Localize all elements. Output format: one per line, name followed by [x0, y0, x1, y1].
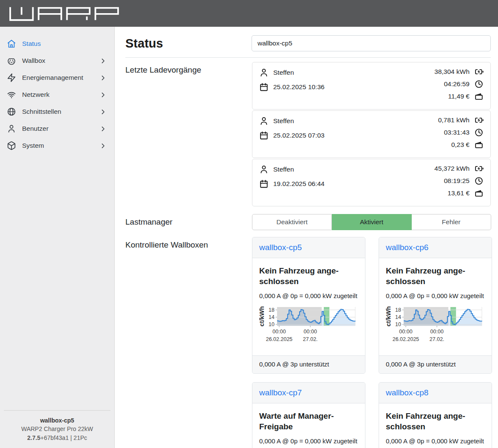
- warp-logo: [6, 5, 122, 23]
- wallbox-link-wallbox-cp8[interactable]: wallbox-cp8: [386, 388, 428, 397]
- wallet-icon: [474, 140, 484, 149]
- device-model: WARP2 Charger Pro 22kW: [6, 425, 109, 433]
- charge-energy: 0,781 kWh: [438, 116, 470, 124]
- svg-text:26.02.2025: 26.02.2025: [266, 336, 293, 342]
- svg-text:00:00: 00:00: [272, 329, 286, 335]
- sidebar-item-wallbox[interactable]: Wallbox: [0, 52, 114, 69]
- page-title: Status: [125, 35, 163, 51]
- lastmanager-label: Lastmanager: [125, 214, 252, 227]
- charge-energy: 45,372 kWh: [434, 165, 470, 172]
- wallbox-card-grid: wallbox-cp5 Kein Fahrzeug ange-schlossen…: [252, 237, 491, 448]
- charge-record: Steffen 19.02.2025 06:44 45,372 kWh 08:1…: [252, 159, 491, 206]
- svg-text:00:00: 00:00: [304, 329, 317, 335]
- user-icon: [7, 124, 16, 133]
- svg-text:18: 18: [269, 307, 274, 313]
- home-icon: [7, 39, 16, 48]
- lightning-icon: [7, 73, 16, 82]
- wallboxes-label: Kontrollierte Wallboxen: [125, 237, 252, 250]
- battery-charging-icon: [474, 116, 484, 125]
- sidebar: Status Wallbox Energiemanagement Netzwer…: [0, 27, 115, 448]
- sidebar-item-status[interactable]: Status: [0, 35, 114, 52]
- charge-user: Steffen: [273, 117, 294, 125]
- chevron-right-icon: [99, 108, 107, 116]
- sidebar-nav: Status Wallbox Energiemanagement Netzwer…: [0, 35, 114, 154]
- wallbox-card-wallbox-cp8: wallbox-cp8 Kein Fahrzeug ange-schlossen…: [379, 382, 492, 448]
- wallbox-card-wallbox-cp5: wallbox-cp5 Kein Fahrzeug ange-schlossen…: [252, 237, 365, 374]
- wallbox-link-wallbox-cp6[interactable]: wallbox-cp6: [386, 243, 428, 252]
- svg-text:14: 14: [269, 314, 274, 320]
- person-icon: [259, 165, 269, 174]
- battery-charging-icon: [474, 164, 484, 173]
- wallbox-link-wallbox-cp7[interactable]: wallbox-cp7: [259, 388, 302, 397]
- main-content: Status Letzte Ladevorgänge Steffen 25.02…: [115, 27, 498, 448]
- wifi-icon: [7, 90, 16, 99]
- lastmanager-option-aktiviert[interactable]: Aktiviert: [332, 214, 411, 230]
- chevron-right-icon: [99, 125, 107, 132]
- svg-text:00:00: 00:00: [399, 329, 412, 335]
- charge-user: Steffen: [273, 69, 294, 76]
- sidebar-item-benutzer[interactable]: Benutzer: [0, 120, 114, 137]
- charge-datetime: 25.02.2025 07:03: [273, 132, 325, 139]
- topbar: [0, 0, 498, 27]
- charge-record-list: Steffen 25.02.2025 10:36 38,304 kWh 04:2…: [252, 62, 491, 207]
- svg-text:10: 10: [269, 321, 274, 327]
- page-header: Status: [125, 35, 491, 51]
- svg-text:27.02.: 27.02.: [430, 336, 444, 342]
- battery-charging-icon: [474, 67, 484, 76]
- charge-datetime: 25.02.2025 10:36: [273, 83, 325, 91]
- svg-text:14: 14: [395, 314, 401, 320]
- lastmanager-option-fehler[interactable]: Fehler: [412, 214, 491, 230]
- chevron-right-icon: [99, 57, 107, 65]
- lastmanager-option-deaktiviert[interactable]: Deaktiviert: [252, 214, 332, 230]
- charge-record: Steffen 25.02.2025 10:36 38,304 kWh 04:2…: [252, 62, 491, 110]
- person-icon: [259, 116, 269, 126]
- chevron-right-icon: [99, 74, 107, 82]
- charge-user: Steffen: [273, 166, 294, 173]
- firmware-version: 2.7.5+67bf43a1 | 21Pc: [6, 434, 109, 442]
- charge-energy: 38,304 kWh: [434, 68, 470, 76]
- svg-text:27.02.: 27.02.: [303, 336, 318, 342]
- wallbox-allocation: 0,000 A @ 0p = 0,000 kW zugeteilt: [259, 292, 358, 299]
- charge-cost: 11,49 €: [448, 93, 470, 100]
- wallbox-allocation: 0,000 A @ 0p = 0,000 kW zugeteilt: [386, 437, 485, 445]
- wallbox-allocation: 0,000 A @ 0p = 0,000 kW zugeteilt: [259, 437, 358, 445]
- calendar-icon: [259, 82, 269, 92]
- charge-duration: 04:26:59: [444, 80, 470, 88]
- wallbox-link-wallbox-cp5[interactable]: wallbox-cp5: [259, 243, 302, 252]
- wallet-icon: [474, 189, 484, 198]
- sidebar-item-energiemanagement[interactable]: Energiemanagement: [0, 69, 114, 86]
- device-name-input[interactable]: [252, 35, 491, 51]
- sidebar-item-schnittstellen[interactable]: Schnittstellen: [0, 103, 114, 120]
- lastmanager-section: Lastmanager DeaktiviertAktiviertFehler: [125, 214, 491, 230]
- charge-cost: 0,23 €: [451, 141, 470, 149]
- sidebar-item-netzwerk[interactable]: Netzwerk: [0, 86, 114, 103]
- clock-icon: [474, 128, 484, 137]
- charge-record: Steffen 25.02.2025 07:03 0,781 kWh 03:31…: [252, 110, 491, 158]
- wallbox-status: Kein Fahrzeug ange-schlossen: [259, 265, 358, 287]
- wallet-icon: [474, 92, 484, 101]
- charge-cost: 13,61 €: [447, 189, 470, 197]
- wallbox-supported: 0,000 A @ 3p unterstützt: [252, 355, 365, 373]
- charger-socket-icon: [7, 56, 16, 65]
- charge-duration: 08:19:25: [444, 177, 470, 185]
- wallbox-card-wallbox-cp6: wallbox-cp6 Kein Fahrzeug ange-schlossen…: [379, 237, 492, 374]
- price-chart: 10141800:0026.02.202500:0027.02.ct/kWh: [259, 305, 358, 344]
- svg-text:ct/kWh: ct/kWh: [386, 306, 392, 327]
- calendar-icon: [259, 179, 269, 189]
- package-icon: [7, 141, 16, 150]
- chevron-right-icon: [99, 91, 107, 99]
- svg-text:18: 18: [395, 307, 401, 313]
- wallbox-status: Kein Fahrzeug ange-schlossen: [386, 411, 485, 432]
- wallbox-card-wallbox-cp7: wallbox-cp7 Warte auf Manager-Freigabe 0…: [252, 382, 365, 448]
- wallboxes-section: Kontrollierte Wallboxen wallbox-cp5 Kein…: [125, 237, 491, 448]
- svg-text:10: 10: [395, 321, 401, 327]
- sidebar-item-system[interactable]: System: [0, 137, 114, 154]
- chevron-right-icon: [99, 142, 107, 149]
- charge-datetime: 19.02.2025 06:44: [273, 180, 325, 188]
- wallbox-allocation: 0,000 A @ 0p = 0,000 kW zugeteilt: [386, 292, 485, 299]
- wallbox-status: Kein Fahrzeug ange-schlossen: [386, 265, 485, 287]
- svg-text:26.02.2025: 26.02.2025: [393, 336, 419, 342]
- svg-text:ct/kWh: ct/kWh: [259, 306, 265, 327]
- device-name: wallbox-cp5: [6, 416, 109, 425]
- price-chart: 10141800:0026.02.202500:0027.02.ct/kWh: [386, 305, 485, 344]
